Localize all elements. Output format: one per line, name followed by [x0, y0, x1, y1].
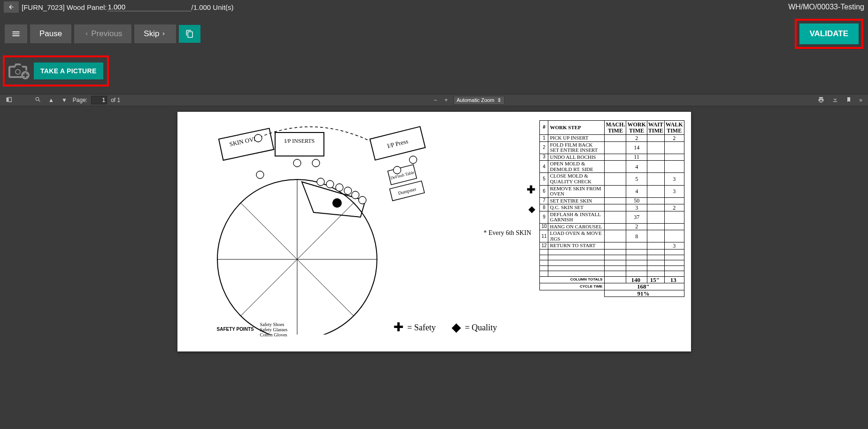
svg-point-7	[36, 97, 39, 101]
table-row	[540, 255, 684, 260]
svg-text:2: 2	[319, 179, 322, 184]
plus-marker: ✚	[527, 184, 535, 196]
table-row: 1Pick up INSERT22	[540, 135, 684, 142]
pdf-viewport: SKIN OVEN I/P INSERTS I/P Press DeFlash …	[0, 106, 868, 429]
download-icon[interactable]	[830, 96, 840, 104]
svg-text:12: 12	[314, 161, 318, 165]
zoom-label: Automatic Zoom	[457, 97, 494, 103]
process-diagram: SKIN OVEN I/P INSERTS I/P Press DeFlash …	[196, 118, 440, 335]
safety-points-label: SAFETY POINTS	[217, 327, 254, 332]
take-picture-button[interactable]: TAKE A PICTURE	[34, 62, 103, 79]
table-row: 10Hang on Carousel2	[540, 223, 684, 230]
camera-plus-icon	[8, 62, 30, 80]
table-row: 3Undo All Bochis11	[540, 154, 684, 161]
table-row: 5Close Mold & Quality Check53	[540, 173, 684, 185]
skip-button[interactable]: Skip	[134, 24, 176, 43]
action-toolbar: Pause Previous Skip VALIDATE	[0, 14, 868, 55]
product-title: [FURN_7023] Wood Panel:	[22, 3, 107, 11]
table-row	[540, 260, 684, 266]
previous-button[interactable]: Previous	[74, 24, 131, 43]
svg-text:8: 8	[361, 198, 363, 203]
svg-point-1	[16, 70, 20, 74]
menu-button[interactable]	[5, 24, 27, 43]
svg-rect-6	[8, 97, 11, 101]
diamond-icon: ◆	[452, 321, 461, 334]
page-label: Page:	[73, 97, 87, 103]
hamburger-icon	[11, 29, 21, 39]
more-icon[interactable]: »	[857, 97, 864, 103]
svg-text:I/P Press: I/P Press	[386, 138, 409, 150]
chevron-updown-icon: ⇕	[497, 97, 501, 103]
every-6th-note: * Every 6th SKIN	[484, 229, 531, 237]
arrow-left-icon	[8, 4, 15, 10]
back-button[interactable]	[4, 1, 19, 13]
page-up-icon[interactable]: ▲	[46, 97, 56, 103]
svg-text:I/P INSERTS: I/P INSERTS	[284, 138, 315, 144]
sidebar-toggle-icon[interactable]	[4, 96, 14, 104]
table-row	[540, 271, 684, 277]
table-row	[540, 265, 684, 271]
chevron-left-icon	[84, 31, 89, 37]
zoom-select[interactable]: Automatic Zoom ⇕	[453, 96, 505, 105]
table-row: 7Set Entire Skin50	[540, 197, 684, 204]
validate-highlight: VALIDATE	[795, 19, 863, 49]
svg-rect-4	[23, 75, 28, 76]
table-row: 4Open Mold & Demold Rt. Side4	[540, 161, 684, 173]
bookmark-icon[interactable]	[844, 96, 853, 104]
svg-point-14	[332, 198, 342, 208]
search-icon[interactable]	[33, 96, 43, 104]
picture-highlight: TAKE A PICTURE	[3, 55, 109, 86]
svg-text:11: 11	[256, 136, 260, 140]
svg-text:7: 7	[354, 193, 356, 197]
page-down-icon[interactable]: ▼	[60, 97, 69, 103]
zoom-in-icon[interactable]: +	[443, 97, 450, 103]
table-row: 11Load Oven & Move Jigs8	[540, 230, 684, 242]
legend: ✚ = Safety ◆ = Quality	[393, 321, 497, 334]
units-suffix: /1.000 Unit(s)	[192, 3, 234, 11]
svg-text:10: 10	[411, 157, 415, 162]
pdf-toolbar: ▲ ▼ Page: of 1 − + Automatic Zoom ⇕ »	[0, 94, 868, 106]
svg-text:1: 1	[296, 161, 298, 165]
zoom-out-icon[interactable]: −	[432, 97, 439, 103]
copy-icon	[185, 30, 194, 38]
safety-items: Safety Shoes Safety Glasses Cotton Glove…	[260, 322, 288, 337]
pdf-page: SKIN OVEN I/P INSERTS I/P Press DeFlash …	[177, 112, 691, 351]
table-row: 9Deflash & Install Garnish37	[540, 211, 684, 223]
svg-text:4: 4	[338, 185, 340, 190]
picture-bar: TAKE A PICTURE	[0, 55, 868, 94]
work-order-label: WH/MO/00033-Testing	[788, 3, 864, 11]
table-row: 12Return to Start3	[540, 242, 684, 250]
svg-text:5: 5	[346, 188, 349, 193]
table-row: 6Remove Skin From Oven43	[540, 185, 684, 197]
quantity-input[interactable]	[107, 3, 192, 11]
previous-label: Previous	[91, 29, 122, 39]
svg-line-8	[38, 100, 40, 101]
page-total: of 1	[111, 97, 120, 103]
copy-button[interactable]	[179, 25, 200, 43]
svg-text:9: 9	[396, 168, 398, 172]
svg-rect-17	[275, 133, 324, 156]
plus-icon: ✚	[393, 321, 404, 334]
svg-rect-15	[219, 128, 274, 160]
chevron-right-icon	[161, 31, 167, 37]
table-row: 2Fold Film Back Set Entire Insert14	[540, 141, 684, 154]
diamond-marker: ◆	[529, 204, 535, 214]
svg-text:Dumpster: Dumpster	[397, 186, 417, 195]
pause-button[interactable]: Pause	[30, 24, 71, 43]
work-step-table: # WORK STEP MACH. TIME WORK TIME WAIT TI…	[539, 120, 684, 297]
header-bar: [FURN_7023] Wood Panel: /1.000 Unit(s) W…	[0, 0, 868, 14]
svg-text:6: 6	[259, 172, 261, 177]
svg-rect-5	[7, 97, 8, 101]
svg-text:3: 3	[329, 182, 331, 187]
table-row: 8Q.C. Skin Set32	[540, 204, 684, 211]
page-number-input[interactable]	[91, 96, 107, 104]
table-row	[540, 250, 684, 255]
print-icon[interactable]	[816, 96, 826, 104]
validate-button[interactable]: VALIDATE	[799, 23, 859, 44]
skip-label: Skip	[144, 29, 159, 39]
